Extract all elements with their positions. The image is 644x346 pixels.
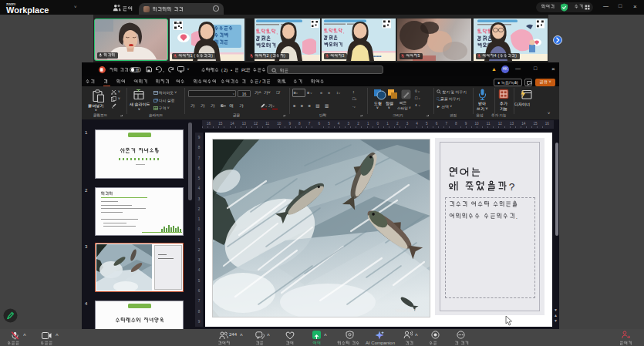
svg-text:(: (	[194, 53, 196, 58]
svg-text:3: 3	[342, 53, 344, 58]
svg-text:(: (	[497, 53, 499, 58]
svg-text:,: ,	[276, 29, 278, 35]
svg-text:1: 1	[191, 53, 193, 58]
svg-text:4: 4	[494, 53, 496, 58]
svg-text:.: .	[515, 213, 517, 220]
svg-text:): )	[284, 53, 285, 58]
svg-text:,: ,	[343, 29, 345, 34]
svg-text:): )	[515, 53, 517, 58]
svg-text:(: (	[221, 68, 223, 72]
svg-text:5: 5	[418, 53, 420, 58]
svg-text:NOAA 98-01: NOAA 98-01	[396, 308, 417, 313]
svg-text:2: 2	[266, 53, 268, 58]
svg-text:(: (	[270, 53, 271, 58]
svg-text:/: /	[259, 79, 261, 84]
svg-text:): )	[226, 68, 228, 72]
svg-text:): )	[211, 53, 213, 58]
svg-text:•: •	[231, 68, 232, 72]
